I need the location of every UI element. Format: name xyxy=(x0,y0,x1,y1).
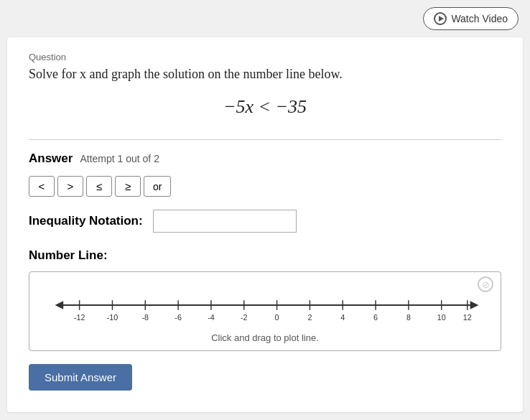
svg-text:10: 10 xyxy=(437,313,446,322)
svg-text:-12: -12 xyxy=(74,313,85,322)
number-line-hint: Click and drag to plot line. xyxy=(41,332,489,343)
greater-equal-button[interactable]: ≥ xyxy=(115,176,141,197)
attempt-text: Attempt 1 out of 2 xyxy=(80,153,159,164)
question-instruction: Solve for x and graph the solution on th… xyxy=(29,67,501,82)
play-icon xyxy=(434,12,447,25)
inequality-notation-row: Inequality Notation: xyxy=(29,210,501,233)
svg-text:6: 6 xyxy=(373,313,378,322)
number-line-svg[interactable]: -12 -10 -8 -6 -4 -2 0 xyxy=(41,284,489,327)
or-button[interactable]: or xyxy=(144,176,171,197)
svg-text:0: 0 xyxy=(275,313,279,322)
svg-text:-6: -6 xyxy=(175,313,182,322)
submit-answer-button[interactable]: Submit Answer xyxy=(29,364,132,391)
svg-text:8: 8 xyxy=(406,313,411,322)
watch-video-button[interactable]: Watch Video xyxy=(423,7,519,30)
svg-text:-2: -2 xyxy=(241,313,248,322)
page-container: Watch Video Question Solve for x and gra… xyxy=(0,0,530,420)
answer-label: Answer xyxy=(29,151,73,166)
right-arrow xyxy=(470,301,479,309)
equation-display: −5x < −35 xyxy=(29,96,501,118)
inequality-notation-label: Inequality Notation: xyxy=(29,214,143,228)
symbol-buttons-row: < > ≤ ≥ or xyxy=(29,176,501,197)
less-than-button[interactable]: < xyxy=(29,176,55,197)
greater-than-button[interactable]: > xyxy=(57,176,83,197)
svg-text:12: 12 xyxy=(463,313,472,322)
svg-text:2: 2 xyxy=(307,313,312,322)
top-bar: Watch Video xyxy=(0,0,530,37)
main-content: Question Solve for x and graph the solut… xyxy=(7,37,523,412)
svg-text:-4: -4 xyxy=(208,313,215,322)
watch-video-label: Watch Video xyxy=(451,13,508,24)
svg-text:-10: -10 xyxy=(107,313,118,322)
number-line-box[interactable]: ⊘ -12 -10 -8 xyxy=(29,271,501,351)
equation-text: −5x < −35 xyxy=(223,96,307,117)
less-equal-button[interactable]: ≤ xyxy=(86,176,112,197)
section-label: Question xyxy=(29,52,501,62)
answer-header: Answer Attempt 1 out of 2 xyxy=(29,151,501,166)
play-triangle xyxy=(439,16,444,22)
slash-icon: ⊘ xyxy=(482,280,490,289)
svg-text:4: 4 xyxy=(340,313,345,322)
inequality-notation-input[interactable] xyxy=(153,210,297,233)
number-line-label: Number Line: xyxy=(29,248,501,263)
circle-tool-icon[interactable]: ⊘ xyxy=(478,276,493,292)
left-arrow xyxy=(55,301,64,309)
svg-text:-8: -8 xyxy=(142,313,149,322)
divider xyxy=(29,139,501,140)
